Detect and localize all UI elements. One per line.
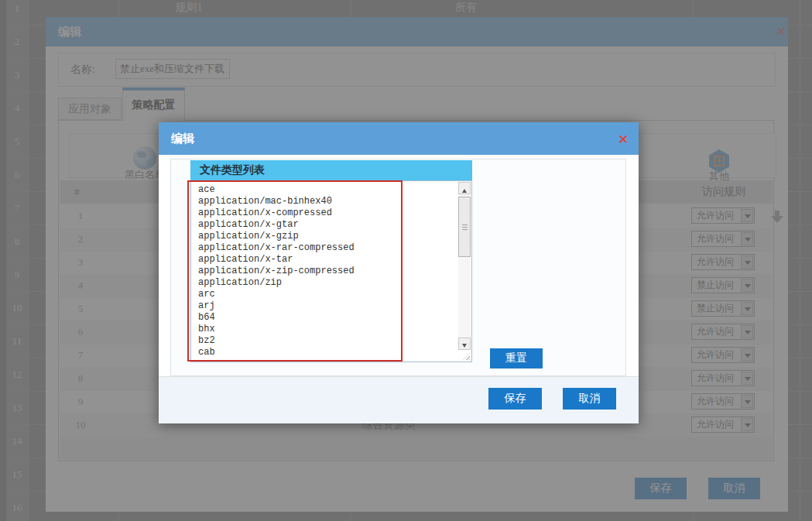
dialog-title: 编辑 bbox=[171, 122, 194, 155]
scrollbar-thumb[interactable] bbox=[458, 197, 471, 257]
scroll-up-icon[interactable] bbox=[458, 182, 471, 194]
file-type-edit-dialog: 编辑 ✕ 文件类型列表 ace application/mac-binhex40… bbox=[159, 122, 639, 423]
scroll-down-icon[interactable] bbox=[458, 338, 471, 350]
resize-grip-icon[interactable] bbox=[463, 353, 470, 360]
close-icon[interactable]: ✕ bbox=[615, 132, 631, 147]
reset-button[interactable]: 重置 bbox=[490, 348, 543, 368]
file-type-textarea[interactable]: ace application/mac-binhex40 application… bbox=[190, 180, 472, 362]
vertical-scrollbar[interactable] bbox=[458, 182, 471, 350]
file-type-list-header: 文件类型列表 bbox=[190, 160, 472, 180]
file-type-list-text[interactable]: ace application/mac-binhex40 application… bbox=[191, 181, 458, 362]
save-button[interactable]: 保存 bbox=[488, 388, 542, 410]
cancel-button[interactable]: 取消 bbox=[563, 388, 616, 410]
dialog-footer: 保存 取消 bbox=[159, 376, 639, 423]
dialog-titlebar: 编辑 bbox=[159, 122, 639, 155]
